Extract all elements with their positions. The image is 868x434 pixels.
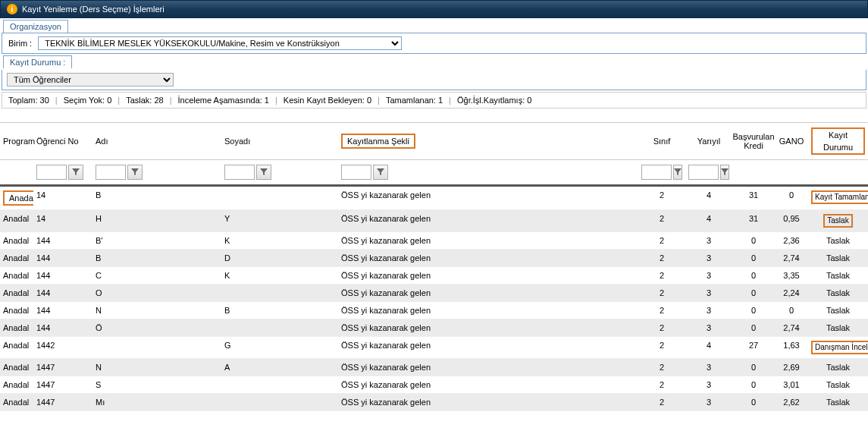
kayit-durumu-select[interactable]: Tüm Öğrenciler — [7, 73, 174, 86]
cell-kayit-durumu: Taslak — [808, 302, 868, 319]
filter-ogrno[interactable] — [36, 165, 67, 180]
window-titlebar: i Kayıt Yenileme (Ders Seçme) İşlemleri — [0, 0, 868, 18]
col-kayit-durumu[interactable]: Kayıt Durumu — [808, 123, 868, 159]
grid-header: Program Öğrenci No Adı Soyadı Kayıtlanma… — [0, 122, 868, 160]
cell-kayit-durumu: Danışman İnceleme — [808, 337, 868, 358]
stats-row: Toplam: 30| Seçim Yok: 0| Taslak: 28| İn… — [2, 92, 866, 108]
filter-sinif[interactable] — [641, 165, 672, 180]
col-adi[interactable]: Adı — [92, 123, 221, 159]
filter-icon — [377, 168, 384, 176]
col-soyadi[interactable]: Soyadı — [221, 123, 338, 159]
cell-kayit-durumu: Kayıt Tamamlandı — [808, 187, 868, 209]
filter-soyadi-btn[interactable] — [256, 165, 271, 180]
table-row[interactable]: Anadal1447SÖSS yi kazanarak gelen2303,01… — [0, 376, 868, 394]
filter-icon — [260, 168, 268, 176]
cell-kayit-durumu: Taslak — [808, 232, 868, 249]
stat-taslak: Taslak: 28 — [126, 96, 164, 105]
org-row: Birim : TEKNİK BİLİMLER MESLEK YÜKSEKOKU… — [2, 33, 866, 54]
cell-kayit-durumu: Taslak — [808, 376, 868, 393]
col-kredi[interactable]: Başvurulan Kredi — [732, 123, 775, 159]
table-row[interactable]: Anadal144B'KÖSS yi kazanarak gelen2302,3… — [0, 232, 868, 250]
table-row[interactable]: Anadal144NBÖSS yi kazanarak gelen2300Tas… — [0, 302, 868, 319]
stat-kesin: Kesin Kayıt Bekleyen: 0 — [284, 96, 371, 105]
col-program[interactable]: Program — [0, 123, 33, 159]
table-row[interactable]: Anadal144OÖSS yi kazanarak gelen2302,24T… — [0, 285, 868, 302]
col-sinif[interactable]: Sınıf — [638, 123, 685, 159]
filter-icon — [131, 168, 139, 176]
col-gano[interactable]: GANO — [775, 123, 808, 159]
table-row[interactable]: Anadal1447NAÖSS yi kazanarak gelen2302,6… — [0, 359, 868, 376]
filter-icon — [72, 168, 80, 176]
stat-toplam: Toplam: 30 — [8, 96, 49, 105]
table-row[interactable]: Anadal144ÖÖSS yi kazanarak gelen2302,74T… — [0, 319, 868, 337]
filter-soyadi[interactable] — [224, 165, 255, 180]
filter-yariyil[interactable] — [688, 165, 719, 180]
filter-sinif-btn[interactable] — [673, 165, 682, 180]
table-row[interactable]: Anadal144CKÖSS yi kazanarak gelen2303,35… — [0, 267, 868, 285]
filter-kayitlanma[interactable] — [341, 165, 371, 180]
filter-icon — [674, 168, 682, 176]
col-kayitlanma-sekli[interactable]: Kayıtlanma Şekli — [338, 123, 638, 159]
cell-kayit-durumu: Taslak — [808, 394, 868, 410]
filter-row — [0, 160, 868, 187]
filter-ogrno-btn[interactable] — [68, 165, 83, 180]
cell-kayit-durumu: Taslak — [808, 359, 868, 376]
app-icon: i — [7, 4, 17, 14]
table-row[interactable]: Anadal1442GÖSS yi kazanarak gelen24271,6… — [0, 337, 868, 359]
kayit-durumu-section: Tüm Öğrenciler — [2, 70, 866, 90]
cell-kayit-durumu: Taslak — [808, 250, 868, 266]
cell-kayit-durumu: Taslak — [808, 319, 868, 336]
stat-inceleme: İnceleme Aşamasında: 1 — [178, 96, 269, 105]
tab-kayit-durumu[interactable]: Kayıt Durumu : — [3, 55, 72, 68]
table-row[interactable]: Anadal1447MıÖSS yi kazanarak gelen2302,6… — [0, 394, 868, 411]
stat-ogrisl: Öğr.İşl.Kayıtlamış: 0 — [457, 96, 531, 105]
filter-kayitlanma-btn[interactable] — [373, 165, 388, 180]
cell-kayit-durumu: Taslak — [808, 285, 868, 301]
stat-secim-yok: Seçim Yok: 0 — [64, 96, 112, 105]
birim-select[interactable]: TEKNİK BİLİMLER MESLEK YÜKSEKOKULU/Makin… — [38, 36, 402, 50]
filter-yariyil-btn[interactable] — [720, 165, 729, 180]
table-row[interactable]: Anadal14BÖSS yi kazanarak gelen24310Kayı… — [0, 187, 868, 210]
filter-adi[interactable] — [96, 165, 126, 180]
window-title: Kayıt Yenileme (Ders Seçme) İşlemleri — [22, 5, 165, 14]
filter-adi-btn[interactable] — [127, 165, 143, 180]
table-row[interactable]: Anadal144BDÖSS yi kazanarak gelen2302,74… — [0, 250, 868, 267]
cell-kayit-durumu: Taslak — [808, 267, 868, 284]
filter-icon — [721, 168, 729, 176]
table-row[interactable]: Anadal14HYÖSS yi kazanarak gelen24310,95… — [0, 210, 868, 232]
cell-kayit-durumu: Taslak — [808, 210, 868, 231]
tab-organizasyon[interactable]: Organizasyon — [3, 20, 68, 33]
birim-label: Birim : — [8, 39, 32, 48]
data-grid: Program Öğrenci No Adı Soyadı Kayıtlanma… — [0, 122, 868, 411]
col-ogrno[interactable]: Öğrenci No — [33, 123, 92, 159]
stat-tamamlanan: Tamamlanan: 1 — [386, 96, 443, 105]
col-yariyil[interactable]: Yarıyıl — [685, 123, 732, 159]
